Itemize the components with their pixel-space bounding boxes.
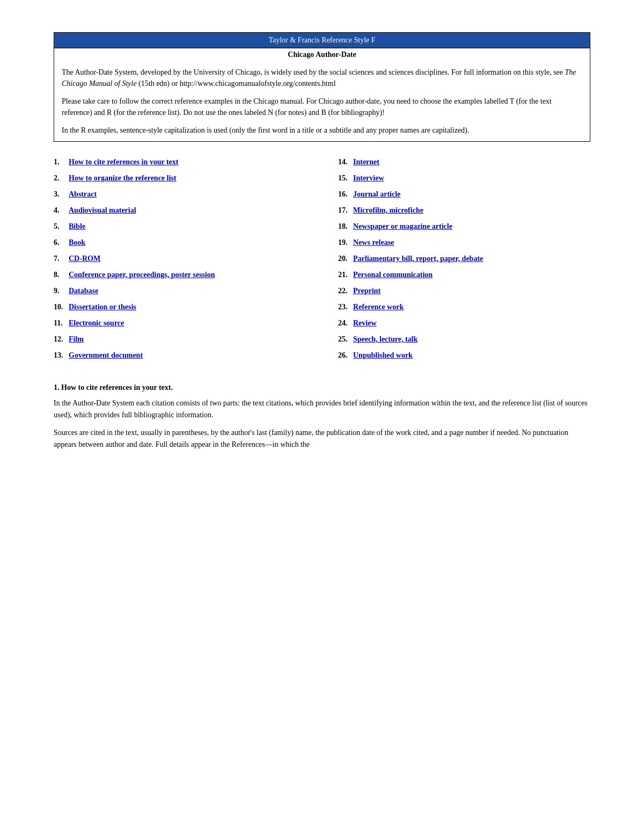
toc-num: 2. bbox=[54, 174, 69, 183]
list-item: 17. Microfilm, microfiche bbox=[338, 206, 590, 215]
list-item: 18. Newspaper or magazine article bbox=[338, 222, 590, 231]
toc-link-4[interactable]: Audiovisual material bbox=[69, 206, 136, 215]
toc-link-15[interactable]: Interview bbox=[353, 174, 384, 183]
toc-link-20[interactable]: Parliamentary bill, report, paper, debat… bbox=[353, 255, 483, 263]
list-item: 25. Speech, lecture, talk bbox=[338, 335, 590, 344]
toc-num: 14. bbox=[338, 158, 353, 166]
list-item: 22. Preprint bbox=[338, 287, 590, 295]
list-item: 20. Parliamentary bill, report, paper, d… bbox=[338, 255, 590, 263]
list-item: 3. Abstract bbox=[54, 190, 306, 199]
toc-link-16[interactable]: Journal article bbox=[353, 190, 400, 199]
toc-num: 24. bbox=[338, 319, 353, 328]
header-title: Taylor & Francis Reference Style F bbox=[54, 33, 590, 48]
header-body: The Author-Date System, developed by the… bbox=[54, 61, 590, 141]
toc-num: 15. bbox=[338, 174, 353, 183]
list-item: 26. Unpublished work bbox=[338, 351, 590, 360]
toc-num: 1. bbox=[54, 158, 69, 166]
list-item: 11. Electronic source bbox=[54, 319, 306, 328]
toc-num: 6. bbox=[54, 238, 69, 247]
toc-num: 19. bbox=[338, 238, 353, 247]
toc-link-5[interactable]: Bible bbox=[69, 222, 85, 231]
toc-link-25[interactable]: Speech, lecture, talk bbox=[353, 335, 418, 344]
list-item: 23. Reference work bbox=[338, 303, 590, 311]
toc-link-14[interactable]: Internet bbox=[353, 158, 379, 166]
toc-num: 10. bbox=[54, 303, 69, 311]
toc-num: 12. bbox=[54, 335, 69, 344]
list-item: 19. News release bbox=[338, 238, 590, 247]
header-title-text: Taylor & Francis Reference Style F bbox=[268, 36, 375, 44]
toc-link-22[interactable]: Preprint bbox=[353, 287, 380, 295]
toc-link-23[interactable]: Reference work bbox=[353, 303, 404, 311]
list-item: 7. CD-ROM bbox=[54, 255, 306, 263]
toc-num: 22. bbox=[338, 287, 353, 295]
toc-num: 26. bbox=[338, 351, 353, 360]
toc-link-13[interactable]: Government document bbox=[69, 351, 143, 360]
toc-link-17[interactable]: Microfilm, microfiche bbox=[353, 206, 423, 215]
toc-link-7[interactable]: CD-ROM bbox=[69, 255, 100, 263]
toc-num: 5. bbox=[54, 222, 69, 231]
toc-link-2[interactable]: How to organize the reference list bbox=[69, 174, 176, 183]
toc-link-3[interactable]: Abstract bbox=[69, 190, 97, 199]
header-para-2: Please take care to follow the correct r… bbox=[62, 96, 582, 118]
list-item: 2. How to organize the reference list bbox=[54, 174, 306, 183]
list-item: 5. Bible bbox=[54, 222, 306, 231]
toc-num: 8. bbox=[54, 271, 69, 279]
toc-num: 4. bbox=[54, 206, 69, 215]
toc-columns: 1. How to cite references in your text 2… bbox=[54, 158, 590, 367]
toc-num: 7. bbox=[54, 255, 69, 263]
toc-left-column: 1. How to cite references in your text 2… bbox=[54, 158, 327, 367]
list-item: 24. Review bbox=[338, 319, 590, 328]
toc-num: 3. bbox=[54, 190, 69, 199]
list-item: 4. Audiovisual material bbox=[54, 206, 306, 215]
toc-num: 9. bbox=[54, 287, 69, 295]
toc-num: 11. bbox=[54, 319, 69, 328]
header-subtitle-text: Chicago Author-Date bbox=[288, 50, 356, 59]
toc-link-18[interactable]: Newspaper or magazine article bbox=[353, 222, 452, 231]
toc-num: 16. bbox=[338, 190, 353, 199]
toc-num: 17. bbox=[338, 206, 353, 215]
list-item: 14. Internet bbox=[338, 158, 590, 166]
toc-num: 23. bbox=[338, 303, 353, 311]
content-section: 1. How to cite references in your text. … bbox=[54, 383, 590, 451]
toc-num: 25. bbox=[338, 335, 353, 344]
toc-link-1[interactable]: How to cite references in your text bbox=[69, 158, 179, 166]
header-para-3: In the R examples, sentence-style capita… bbox=[62, 125, 582, 136]
list-item: 15. Interview bbox=[338, 174, 590, 183]
toc-num: 18. bbox=[338, 222, 353, 231]
toc-link-9[interactable]: Database bbox=[69, 287, 98, 295]
header-para-1: The Author-Date System, developed by the… bbox=[62, 67, 582, 89]
toc-num: 20. bbox=[338, 255, 353, 263]
list-item: 16. Journal article bbox=[338, 190, 590, 199]
list-item: 1. How to cite references in your text bbox=[54, 158, 306, 166]
toc-link-6[interactable]: Book bbox=[69, 238, 85, 247]
list-item: 8. Conference paper, proceedings, poster… bbox=[54, 271, 306, 279]
list-item: 10. Dissertation or thesis bbox=[54, 303, 306, 311]
toc-link-11[interactable]: Electronic source bbox=[69, 319, 124, 328]
list-item: 13. Government document bbox=[54, 351, 306, 360]
header-box: Taylor & Francis Reference Style F Chica… bbox=[54, 32, 590, 142]
header-subtitle: Chicago Author-Date bbox=[54, 48, 590, 61]
toc-link-24[interactable]: Review bbox=[353, 319, 377, 328]
toc-right-column: 14. Internet 15. Interview 16. Journal a… bbox=[327, 158, 590, 367]
toc-section: 1. How to cite references in your text 2… bbox=[54, 158, 590, 367]
list-item: 6. Book bbox=[54, 238, 306, 247]
list-item: 9. Database bbox=[54, 287, 306, 295]
list-item: 12. Film bbox=[54, 335, 306, 344]
section1-heading: 1. How to cite references in your text. bbox=[54, 383, 590, 392]
toc-link-8[interactable]: Conference paper, proceedings, poster se… bbox=[69, 271, 215, 279]
toc-link-19[interactable]: News release bbox=[353, 238, 394, 247]
toc-link-26[interactable]: Unpublished work bbox=[353, 351, 413, 360]
toc-link-12[interactable]: Film bbox=[69, 335, 84, 344]
section1-para2: Sources are cited in the text, usually i… bbox=[54, 427, 590, 450]
toc-num: 21. bbox=[338, 271, 353, 279]
toc-num: 13. bbox=[54, 351, 69, 360]
toc-link-21[interactable]: Personal communication bbox=[353, 271, 433, 279]
toc-link-10[interactable]: Dissertation or thesis bbox=[69, 303, 136, 311]
section1-para1: In the Author-Date System each citation … bbox=[54, 397, 590, 420]
list-item: 21. Personal communication bbox=[338, 271, 590, 279]
